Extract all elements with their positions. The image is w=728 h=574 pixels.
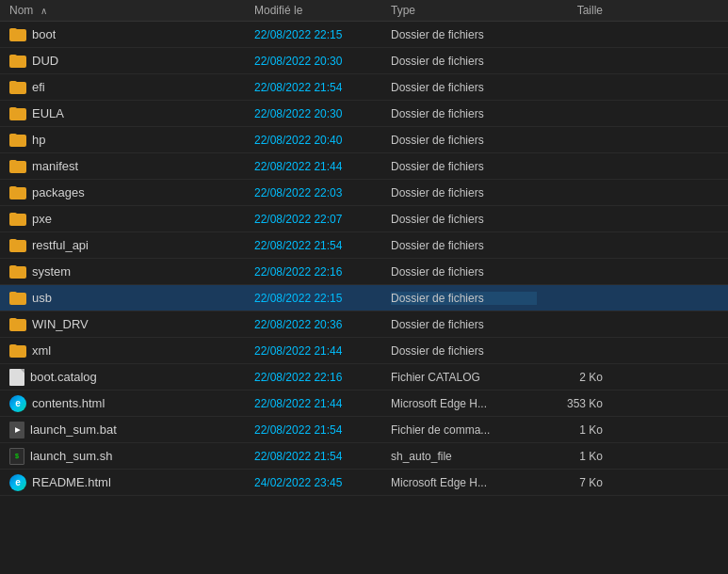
file-name: boot [32, 27, 56, 41]
cell-type: Dossier de fichiers [391, 344, 537, 358]
folder-icon [9, 292, 26, 305]
table-row[interactable]: manifest 22/08/2022 21:44 Dossier de fic… [0, 153, 728, 180]
cell-modified: 22/08/2022 22:15 [254, 28, 391, 41]
file-icon [9, 369, 24, 386]
file-name: xml [32, 343, 51, 358]
table-row[interactable]: boot.catalog 22/08/2022 22:16 Fichier CA… [0, 364, 728, 391]
cell-type: Dossier de fichiers [391, 239, 537, 252]
file-name: hp [32, 133, 45, 147]
table-row[interactable]: e contents.html 22/08/2022 21:44 Microso… [0, 391, 728, 417]
cell-type: Dossier de fichiers [391, 292, 537, 305]
table-row[interactable]: xml 22/08/2022 21:44 Dossier de fichiers [0, 338, 728, 364]
cell-modified: 22/08/2022 22:07 [254, 213, 391, 226]
cell-modified: 22/08/2022 22:03 [254, 186, 391, 199]
cell-type: Microsoft Edge H... [391, 476, 537, 489]
file-name: contents.html [32, 396, 105, 410]
folder-icon [9, 107, 26, 120]
bat-icon: ▶ [9, 422, 24, 438]
cell-name: efi [0, 80, 254, 94]
cell-name: EULA [0, 106, 254, 120]
folder-icon [9, 239, 26, 252]
cell-modified: 22/08/2022 20:40 [254, 134, 391, 147]
cell-modified: 22/08/2022 22:16 [254, 371, 391, 384]
table-row[interactable]: packages 22/08/2022 22:03 Dossier de fic… [0, 180, 728, 206]
folder-icon [9, 344, 26, 358]
sort-arrow: ∧ [40, 6, 47, 16]
header-modified[interactable]: Modifié le [254, 4, 391, 17]
cell-name: xml [0, 343, 254, 358]
rows-container: boot 22/08/2022 22:15 Dossier de fichier… [0, 22, 728, 496]
folder-icon [9, 318, 26, 331]
cell-type: Dossier de fichiers [391, 134, 537, 147]
cell-name: e README.html [0, 474, 254, 491]
table-row[interactable]: e README.html 24/02/2022 23:45 Microsoft… [0, 470, 728, 496]
folder-icon [9, 28, 26, 41]
cell-modified: 22/08/2022 21:54 [254, 450, 391, 463]
file-name: boot.catalog [30, 370, 97, 384]
file-name: WIN_DRV [32, 317, 89, 331]
cell-name: pxe [0, 212, 254, 226]
folder-icon [9, 55, 26, 68]
table-row[interactable]: boot 22/08/2022 22:15 Dossier de fichier… [0, 22, 728, 48]
cell-modified: 22/08/2022 21:44 [254, 160, 391, 173]
cell-name: hp [0, 133, 254, 147]
table-row[interactable]: hp 22/08/2022 20:40 Dossier de fichiers [0, 127, 728, 153]
file-name: usb [32, 291, 52, 305]
file-name: launch_sum.bat [30, 423, 117, 437]
edge-icon: e [9, 474, 26, 491]
table-row[interactable]: system 22/08/2022 22:16 Dossier de fichi… [0, 259, 728, 285]
table-row[interactable]: DUD 22/08/2022 20:30 Dossier de fichiers [0, 48, 728, 74]
header-type[interactable]: Type [391, 4, 537, 17]
cell-type: Dossier de fichiers [391, 55, 537, 68]
file-name: system [32, 264, 71, 279]
cell-type: Fichier CATALOG [391, 371, 537, 384]
cell-name: boot.catalog [0, 369, 254, 386]
table-row[interactable]: EULA 22/08/2022 20:30 Dossier de fichier… [0, 101, 728, 127]
cell-name: WIN_DRV [0, 317, 254, 331]
cell-size: 2 Ko [537, 371, 612, 384]
file-name: efi [32, 80, 45, 94]
cell-modified: 22/08/2022 22:16 [254, 265, 391, 279]
cell-modified: 22/08/2022 21:44 [254, 397, 391, 410]
table-row[interactable]: restful_api 22/08/2022 21:54 Dossier de … [0, 232, 728, 259]
sh-icon: $ [9, 448, 24, 465]
cell-type: Fichier de comma... [391, 423, 537, 437]
table-row[interactable]: ▶ launch_sum.bat 22/08/2022 21:54 Fichie… [0, 417, 728, 443]
cell-type: Dossier de fichiers [391, 107, 537, 120]
folder-icon [9, 265, 26, 279]
file-name: packages [32, 185, 85, 199]
header-name[interactable]: Nom ∧ [0, 4, 254, 17]
file-name: restful_api [32, 238, 89, 252]
table-row[interactable]: usb 22/08/2022 22:15 Dossier de fichiers [0, 285, 728, 311]
cell-modified: 22/08/2022 21:54 [254, 239, 391, 252]
cell-type: Microsoft Edge H... [391, 397, 537, 410]
cell-name: packages [0, 185, 254, 199]
cell-size: 353 Ko [537, 397, 612, 410]
cell-name: DUD [0, 54, 254, 68]
file-name: DUD [32, 54, 58, 68]
cell-type: Dossier de fichiers [391, 81, 537, 94]
header-type-label: Type [391, 4, 415, 17]
header-size[interactable]: Taille [537, 4, 612, 17]
folder-icon [9, 81, 26, 94]
folder-icon [9, 160, 26, 173]
table-row[interactable]: pxe 22/08/2022 22:07 Dossier de fichiers [0, 206, 728, 232]
table-row[interactable]: efi 22/08/2022 21:54 Dossier de fichiers [0, 74, 728, 101]
cell-size: 1 Ko [537, 450, 612, 463]
table-row[interactable]: WIN_DRV 22/08/2022 20:36 Dossier de fich… [0, 311, 728, 338]
cell-name: system [0, 264, 254, 279]
cell-modified: 22/08/2022 21:54 [254, 423, 391, 437]
cell-name: ▶ launch_sum.bat [0, 422, 254, 438]
cell-type: Dossier de fichiers [391, 28, 537, 41]
file-explorer[interactable]: Nom ∧ Modifié le Type Taille boot 22/08/… [0, 0, 728, 574]
cell-type: Dossier de fichiers [391, 318, 537, 331]
edge-icon: e [9, 395, 26, 412]
table-row[interactable]: $ launch_sum.sh 22/08/2022 21:54 sh_auto… [0, 443, 728, 470]
cell-name: manifest [0, 159, 254, 173]
folder-icon [9, 186, 26, 199]
cell-name: $ launch_sum.sh [0, 448, 254, 465]
cell-size: 1 Ko [537, 423, 612, 437]
cell-modified: 22/08/2022 21:54 [254, 81, 391, 94]
cell-type: Dossier de fichiers [391, 160, 537, 173]
cell-type: Dossier de fichiers [391, 186, 537, 199]
